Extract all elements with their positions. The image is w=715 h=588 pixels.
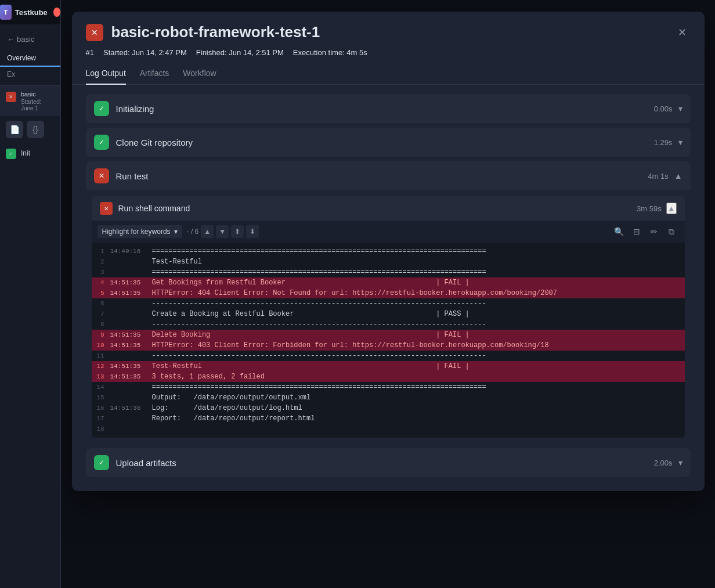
log-line: 17Report: /data/repo/output/report.html — [92, 413, 685, 424]
step-clone-label: Clone Git repository — [116, 138, 654, 147]
log-line-number: 11 — [92, 351, 110, 361]
log-line-number: 4 — [92, 277, 110, 288]
sidebar-nav: ← basic Overview Ex ✕ basic Started: Jun… — [0, 24, 60, 171]
code-icon-button[interactable]: {} — [27, 121, 44, 138]
tab-executions[interactable]: Ex — [0, 67, 60, 82]
step-clone-git[interactable]: ✓ Clone Git repository 1.29s ▾ — [86, 128, 691, 157]
log-line: 14======================================… — [92, 382, 685, 392]
log-line: 1614:51:36Log: /data/repo/output/log.htm… — [92, 403, 685, 413]
log-line-number: 18 — [92, 424, 110, 434]
log-line-number: 8 — [92, 319, 110, 330]
log-line: 514:51:35HTTPError: 404 Client Error: No… — [92, 288, 685, 298]
run-item-info: basic Started: June 1 — [21, 91, 55, 111]
run-number: #1 — [86, 48, 94, 57]
log-content[interactable]: 114:49:16===============================… — [92, 243, 685, 438]
tab-workflow[interactable]: Workflow — [183, 64, 216, 85]
log-nav-down-button[interactable]: ▼ — [216, 225, 229, 238]
log-line-number: 6 — [92, 298, 110, 309]
shell-command-time: 3m 59s — [637, 204, 662, 213]
sidebar: T Testkube ← basic Overview Ex ✕ basic S… — [0, 0, 61, 588]
log-line-time — [110, 298, 152, 309]
log-line-time — [110, 413, 152, 424]
sidebar-init-item[interactable]: ✓ Init — [0, 143, 60, 164]
log-line: 7Create a Booking at Restful Booker | PA… — [92, 309, 685, 319]
log-line-number: 3 — [92, 267, 110, 277]
log-toolbar: Highlight for keywords ▾ - / 6 ▲ ▼ ⬆ ⬇ — [92, 221, 685, 243]
log-line-time — [110, 257, 152, 267]
log-line-text: Get Bookings from Restful Booker | FAIL … — [152, 277, 685, 288]
log-line-number: 16 — [92, 403, 110, 413]
log-line-text: Delete Booking | FAIL | — [152, 330, 685, 340]
step-clone-chevron: ▾ — [678, 138, 682, 147]
log-line-text: ----------------------------------------… — [152, 298, 685, 309]
finished-label: Finished: Jun 14, 2:51 PM — [196, 48, 284, 57]
modal-body: ✓ Initializing 0.00s ▾ ✓ Clone Git repos… — [72, 85, 705, 491]
step-upload-artifacts[interactable]: ✓ Upload artifacts 2.00s ▾ — [86, 448, 691, 477]
log-line-text — [152, 424, 685, 434]
modal-close-button[interactable]: ✕ — [674, 24, 691, 41]
log-edit-button[interactable]: ✏ — [647, 224, 662, 239]
log-line-time: 14:51:35 — [110, 330, 152, 340]
log-line-time: 14:49:16 — [110, 246, 152, 257]
log-line: 1014:51:35HTTPError: 403 Client Error: F… — [92, 340, 685, 351]
log-line-text: 3 tests, 1 passed, 2 failed — [152, 371, 685, 382]
app-title: Testkube — [15, 8, 48, 17]
back-arrow-icon: ← — [7, 35, 15, 44]
highlight-keywords-button[interactable]: Highlight for keywords ▾ — [98, 225, 182, 238]
log-line-time: 14:51:35 — [110, 277, 152, 288]
step-run-test-icon: ✕ — [94, 168, 109, 183]
tab-log-output[interactable]: Log Output — [86, 64, 126, 85]
filter-icon: ▾ — [174, 228, 178, 236]
modal-title: basic-robot-framework-test-1 — [111, 23, 666, 41]
run-item-name: basic — [21, 91, 55, 98]
app-close-button[interactable] — [53, 8, 60, 17]
step-initializing[interactable]: ✓ Initializing 0.00s ▾ — [86, 94, 691, 123]
modal-title-icon: ✕ — [86, 24, 103, 41]
log-line: 3=======================================… — [92, 267, 685, 277]
run-item-sub: Started: June 1 — [21, 99, 55, 111]
log-line-text: HTTPError: 404 Client Error: Not Found f… — [152, 288, 685, 298]
log-copy-button[interactable]: ⧉ — [664, 224, 679, 239]
run-status-icon: ✕ — [6, 92, 16, 102]
log-line-time: 14:51:35 — [110, 340, 152, 351]
log-line-number: 5 — [92, 288, 110, 298]
log-nav-top-button[interactable]: ⬆ — [231, 225, 244, 238]
tab-artifacts[interactable]: Artifacts — [140, 64, 169, 85]
tab-overview[interactable]: Overview — [0, 50, 60, 67]
log-line-number: 13 — [92, 371, 110, 382]
file-icon-button[interactable]: 📄 — [6, 121, 23, 138]
log-line-text: Log: /data/repo/output/log.html — [152, 403, 685, 413]
shell-command-row[interactable]: ✕ Run shell command 3m 59s ▲ — [92, 196, 685, 221]
started-label: Started: Jun 14, 2:47 PM — [103, 48, 187, 57]
modal-meta: #1 Started: Jun 14, 2:47 PM Finished: Ju… — [72, 48, 705, 64]
log-nav-up-button[interactable]: ▲ — [201, 225, 214, 238]
log-line: 18 — [92, 424, 685, 434]
step-initializing-icon: ✓ — [94, 101, 109, 116]
log-line-number: 1 — [92, 246, 110, 257]
log-line-number: 10 — [92, 340, 110, 351]
log-line-time — [110, 424, 152, 434]
sidebar-top: T Testkube — [0, 0, 60, 24]
highlight-label: Highlight for keywords — [102, 228, 171, 236]
log-line-number: 17 — [92, 413, 110, 424]
log-line-text: Create a Booking at Restful Booker | PAS… — [152, 309, 685, 319]
log-wrap-button[interactable]: ⊟ — [629, 224, 644, 239]
step-run-test-time: 4m 1s — [648, 172, 668, 181]
init-status-icon: ✓ — [6, 149, 16, 159]
log-line-text: ========================================… — [152, 267, 685, 277]
log-search-button[interactable]: 🔍 — [612, 224, 627, 239]
log-line-text: Output: /data/repo/output/output.xml — [152, 392, 685, 403]
log-nav-bottom-button[interactable]: ⬇ — [246, 225, 259, 238]
finished-value: Jun 14, 2:51 PM — [229, 48, 284, 57]
modal-header: ✕ basic-robot-framework-test-1 ✕ — [72, 12, 705, 48]
back-button[interactable]: ← basic — [0, 31, 60, 47]
step-clone-icon: ✓ — [94, 135, 109, 150]
sidebar-run-item[interactable]: ✕ basic Started: June 1 — [0, 86, 60, 116]
step-run-test[interactable]: ✕ Run test 4m 1s ▲ — [86, 161, 691, 190]
shell-expand-button[interactable]: ▲ — [666, 203, 677, 214]
log-line: 8---------------------------------------… — [92, 319, 685, 330]
step-clone-time: 1.29s — [654, 138, 673, 147]
modal-tabs: Log Output Artifacts Workflow — [72, 64, 705, 85]
log-line-text: ========================================… — [152, 246, 685, 257]
modal-overlay: ✕ basic-robot-framework-test-1 ✕ #1 Star… — [61, 0, 715, 588]
